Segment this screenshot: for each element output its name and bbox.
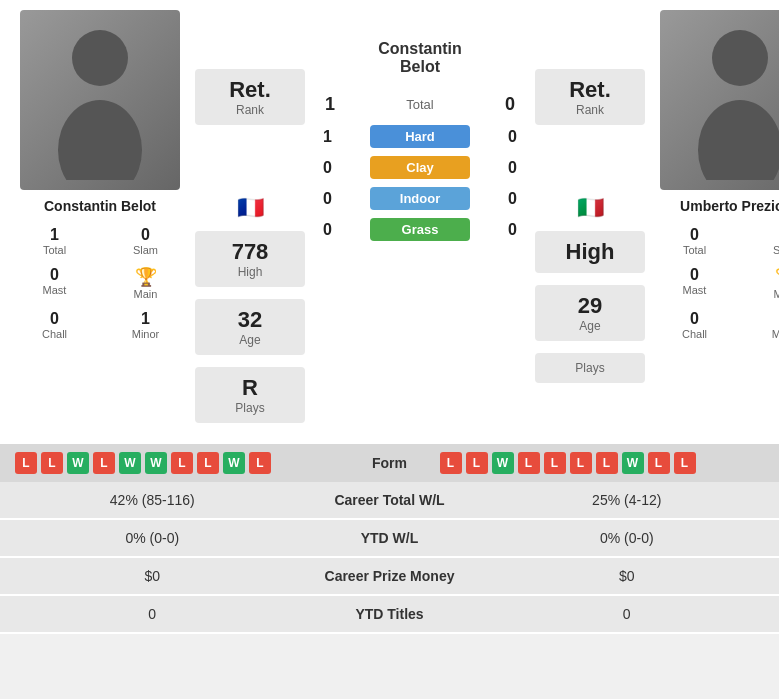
main-container: Constantin Belot 1 Total 0 Slam 0 Mast 🏆…: [0, 0, 779, 634]
left-rank-box: Ret. Rank: [195, 69, 305, 125]
prize-money-label: Career Prize Money: [290, 568, 490, 584]
ytd-titles-label: YTD Titles: [290, 606, 490, 622]
right-chall-cell: 0 Chall: [650, 306, 739, 344]
form-badge: L: [596, 452, 618, 474]
left-player-card: Constantin Belot 1 Total 0 Slam 0 Mast 🏆…: [10, 10, 190, 429]
center-col: ConstantinBelot 1 Total 0 1 Hard 0 0 Cla…: [310, 10, 530, 429]
form-badge: L: [41, 452, 63, 474]
form-badge: L: [171, 452, 193, 474]
surface-hard-btn: Hard: [370, 125, 470, 148]
left-career-wl: 42% (85-116): [15, 492, 290, 508]
form-badge: W: [119, 452, 141, 474]
svg-point-3: [698, 100, 779, 180]
ytd-wl-label: YTD W/L: [290, 530, 490, 546]
left-chall-cell: 0 Chall: [10, 306, 99, 344]
right-trophy-cell: 🏆 Main: [741, 262, 779, 304]
surface-grass-btn: Grass: [370, 218, 470, 241]
right-ytd-wl: 0% (0-0): [490, 530, 765, 546]
form-badge: W: [145, 452, 167, 474]
left-player-photo: [20, 10, 180, 190]
form-badge: L: [674, 452, 696, 474]
left-total-cell: 1 Total: [10, 222, 99, 260]
left-trophy-cell: 🏆 Main: [101, 262, 190, 304]
form-badge: L: [15, 452, 37, 474]
right-player-stats-grid: 0 Total 0 Slam 0 Mast 🏆 Main 0 Chall: [650, 222, 779, 344]
left-high-box: 778 High: [195, 231, 305, 287]
left-flag: 🇫🇷: [237, 195, 264, 221]
total-row: 1 Total 0: [315, 94, 525, 115]
form-label: Form: [350, 455, 430, 471]
form-badge: W: [622, 452, 644, 474]
surface-row-hard: 1 Hard 0: [315, 125, 525, 148]
right-career-wl: 25% (4-12): [490, 492, 765, 508]
form-badge: L: [93, 452, 115, 474]
surface-rows: 1 Hard 0 0 Clay 0 0 Indoor 0: [315, 125, 525, 241]
career-wl-row: 42% (85-116) Career Total W/L 25% (4-12): [0, 482, 779, 520]
left-slam-cell: 0 Slam: [101, 222, 190, 260]
right-minor-cell: 0 Minor: [741, 306, 779, 344]
left-player-stats-grid: 1 Total 0 Slam 0 Mast 🏆 Main 0 Chall: [10, 222, 190, 344]
right-slam-cell: 0 Slam: [741, 222, 779, 260]
left-form-badges: L L W L W W L L W L: [15, 452, 340, 474]
left-ytd-wl: 0% (0-0): [15, 530, 290, 546]
form-badge: L: [249, 452, 271, 474]
form-badge: L: [440, 452, 462, 474]
form-badge: L: [648, 452, 670, 474]
surface-row-clay: 0 Clay 0: [315, 156, 525, 179]
left-middle-col: Ret. Rank 🇫🇷 778 High 32 Age R Plays: [190, 10, 310, 429]
player-comparison-section: Constantin Belot 1 Total 0 Slam 0 Mast 🏆…: [0, 0, 779, 439]
left-minor-cell: 1 Minor: [101, 306, 190, 344]
career-wl-label: Career Total W/L: [290, 492, 490, 508]
right-age-box: 29 Age: [535, 285, 645, 341]
right-rank-box: Ret. Rank: [535, 69, 645, 125]
right-high-box: High: [535, 231, 645, 273]
form-badge: W: [67, 452, 89, 474]
stats-rows: 42% (85-116) Career Total W/L 25% (4-12)…: [0, 482, 779, 634]
right-player-card: Umberto Prezioso 0 Total 0 Slam 0 Mast 🏆…: [650, 10, 779, 429]
form-badge: W: [223, 452, 245, 474]
ytd-wl-row: 0% (0-0) YTD W/L 0% (0-0): [0, 520, 779, 558]
svg-point-1: [58, 100, 142, 180]
left-player-name: Constantin Belot: [44, 198, 156, 214]
svg-point-0: [72, 30, 128, 86]
form-badge: L: [544, 452, 566, 474]
left-age-box: 32 Age: [195, 299, 305, 355]
right-mast-cell: 0 Mast: [650, 262, 739, 304]
left-trophy-icon: 🏆: [103, 266, 188, 288]
form-badge: L: [570, 452, 592, 474]
right-prize-money: $0: [490, 568, 765, 584]
surface-row-indoor: 0 Indoor 0: [315, 187, 525, 210]
right-ytd-titles: 0: [490, 606, 765, 622]
surface-indoor-btn: Indoor: [370, 187, 470, 210]
left-ytd-titles: 0: [15, 606, 290, 622]
right-player-photo: [660, 10, 779, 190]
left-player-title: ConstantinBelot: [378, 40, 462, 76]
right-player-name: Umberto Prezioso: [680, 198, 779, 214]
right-form-badges: L L W L L L L W L L: [440, 452, 765, 474]
right-middle-col: Ret. Rank 🇮🇹 High 29 Age Plays: [530, 10, 650, 429]
right-flag: 🇮🇹: [577, 195, 604, 221]
ytd-titles-row: 0 YTD Titles 0: [0, 596, 779, 634]
svg-point-2: [712, 30, 768, 86]
form-badge: W: [492, 452, 514, 474]
form-section: L L W L W W L L W L Form L L W L L L L W…: [0, 444, 779, 482]
left-prize-money: $0: [15, 568, 290, 584]
surface-clay-btn: Clay: [370, 156, 470, 179]
right-trophy-icon: 🏆: [743, 266, 779, 288]
left-plays-box: R Plays: [195, 367, 305, 423]
left-mast-cell: 0 Mast: [10, 262, 99, 304]
right-total-cell: 0 Total: [650, 222, 739, 260]
form-badge: L: [518, 452, 540, 474]
prize-money-row: $0 Career Prize Money $0: [0, 558, 779, 596]
form-badge: L: [466, 452, 488, 474]
surface-row-grass: 0 Grass 0: [315, 218, 525, 241]
form-badge: L: [197, 452, 219, 474]
right-plays-box: Plays: [535, 353, 645, 383]
